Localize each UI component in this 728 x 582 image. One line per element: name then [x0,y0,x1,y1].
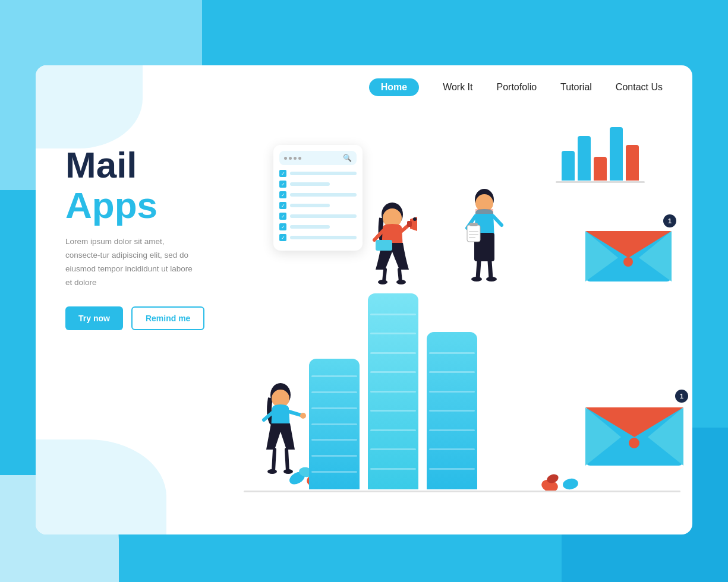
svg-point-21 [413,217,417,221]
svg-line-12 [384,270,385,281]
hero-title: Mail Apps [65,145,208,226]
svg-line-40 [286,450,288,471]
svg-rect-36 [475,209,493,214]
person-2 [458,186,511,284]
big-bar-wrap-3 [427,332,477,489]
nav-tutorial[interactable]: Tutorial [560,82,592,93]
checkbox-5: ✓ [279,213,286,220]
line-4 [290,204,330,207]
svg-line-26 [490,261,491,279]
checkbox-7: ✓ [279,234,286,241]
search-bar: 🔍 [279,151,357,165]
big-bar-wrap-1 [309,359,360,489]
svg-point-15 [396,280,406,284]
chart-bar-3 [594,157,607,181]
big-bar-2 [368,293,418,489]
envelope-2-wrapper: 1 [585,394,683,466]
bar-line-h [429,410,475,412]
nav-workit[interactable]: Work It [443,82,472,93]
big-bar-lines-3 [427,332,477,489]
bar-line-h [429,468,475,470]
svg-rect-20 [407,221,412,227]
nav-home[interactable]: Home [369,78,419,96]
person-3-svg [256,383,309,475]
dot-2 [289,157,292,160]
big-bar-lines-1 [309,359,360,489]
svg-point-14 [378,280,387,284]
svg-point-28 [486,277,497,281]
nav-contactus[interactable]: Contact Us [616,82,663,93]
checkbox-4: ✓ [279,202,286,209]
try-now-button[interactable]: Try now [65,306,123,330]
checklist-card: 🔍 ✓ ✓ ✓ ✓ [273,145,363,251]
big-bar-1 [309,359,360,489]
bar-line-h [429,448,475,450]
bar-line-h [311,439,357,441]
line-2 [290,182,330,186]
bar-line-h [370,314,416,315]
dot-4 [298,157,301,160]
big-bars [309,293,477,489]
check-item-1: ✓ [279,170,357,177]
line-6 [290,225,330,229]
bar-line-h [370,429,416,431]
dot-3 [294,157,297,160]
svg-rect-18 [376,240,392,251]
bar-line-h [370,371,416,373]
checkbox-3: ✓ [279,191,286,198]
svg-line-25 [478,261,479,279]
plant-right-svg [541,463,582,499]
illustration-area: 🔍 ✓ ✓ ✓ ✓ [232,109,692,534]
button-row: Try now Remind me [65,306,208,330]
nav-portfolio[interactable]: Portofolio [497,82,537,93]
bar-line-h [429,352,475,354]
title-apps: Apps [65,185,157,226]
svg-line-39 [273,450,275,471]
content-area: Mail Apps Lorem ipsum dolor sit amet, co… [36,109,692,534]
envelope-1-svg [585,219,672,281]
svg-point-41 [267,469,277,474]
dot-1 [284,157,287,160]
check-item-3: ✓ [279,191,357,198]
person-2-svg [458,186,511,281]
envelope-1-wrapper: 1 [585,219,672,281]
chart-bar-1 [562,151,575,181]
person-1-svg [363,201,422,284]
main-card: Home Work It Portofolio Tutorial Contact… [36,65,692,534]
line-3 [290,193,357,197]
search-dots [284,157,301,160]
hero-subtitle: Lorem ipsum dolor sit amet, consecte-tur… [65,235,196,290]
bar-line-h [311,391,357,393]
bar-line-h [311,455,357,457]
svg-line-30 [493,216,502,225]
checkbox-6: ✓ [279,223,286,230]
line-5 [290,214,357,218]
check-item-2: ✓ [279,181,357,188]
plant-right [541,463,582,501]
line-1 [290,172,357,175]
bar-line-h [429,429,475,431]
checkbox-2: ✓ [279,181,286,188]
left-section: Mail Apps Lorem ipsum dolor sit amet, co… [36,109,232,534]
search-icon: 🔍 [343,154,352,162]
chart-bar-5 [626,145,639,181]
big-bar-wrap-2 [368,293,418,489]
check-item-6: ✓ [279,223,357,230]
envelope-2-svg [585,394,683,466]
bar-line-h [429,371,475,373]
remind-me-button[interactable]: Remind me [131,306,204,330]
check-item-4: ✓ [279,202,357,209]
bar-line-h [370,352,416,354]
svg-rect-31 [467,225,480,242]
bar-line-h [370,448,416,450]
bar-chart [562,127,639,181]
bar-line-h [370,391,416,393]
svg-point-27 [471,277,482,281]
bar-line-h [311,471,357,473]
svg-line-13 [399,270,401,281]
chart-bar-4 [610,127,623,181]
ground-line [244,491,680,492]
bar-line-h [311,407,357,409]
bar-line-h [370,410,416,412]
svg-point-52 [562,477,579,491]
